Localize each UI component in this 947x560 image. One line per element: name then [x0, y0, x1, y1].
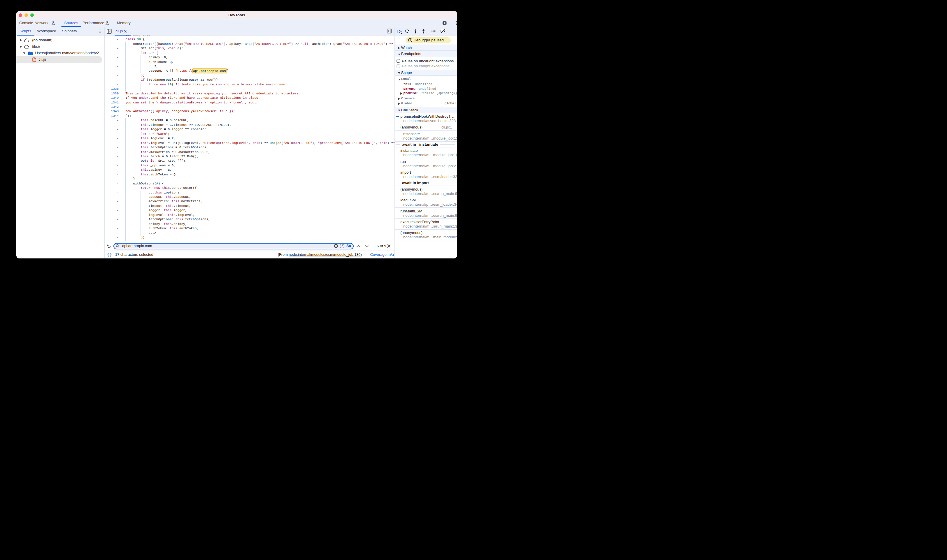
svg-text:B: B [110, 246, 111, 248]
svg-text:A: A [107, 244, 109, 247]
